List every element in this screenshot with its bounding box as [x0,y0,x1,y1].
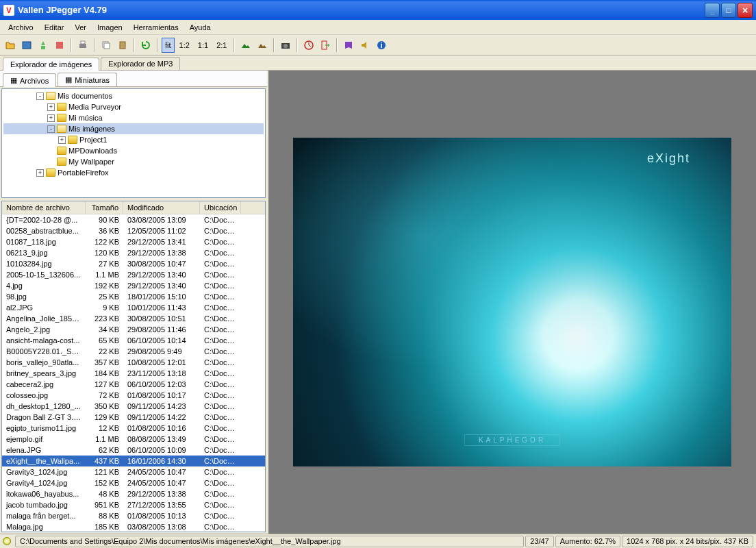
file-name: elena.JPG [2,445,86,455]
tree-label: Mis documentos [58,92,112,100]
sub-tab[interactable]: ▦Archivos [3,73,56,87]
file-row[interactable]: egipto_turismo11.jpg 12 KB 01/08/2005 10… [2,423,265,434]
file-row[interactable]: itokawa06_hayabus... 48 KB 29/12/2005 13… [2,488,265,499]
zoom-one-button[interactable]: 1:1 [194,38,212,53]
tool-icon-3[interactable] [36,38,51,53]
file-row[interactable]: al2.JPG 9 KB 10/01/2006 11:43 C:\Docum [2,302,265,313]
file-row[interactable]: 06213_9.jpg 120 KB 29/12/2005 13:38 C:\D… [2,247,265,258]
file-row[interactable]: elena.JPG 62 KB 06/10/2005 10:09 C:\Docu… [2,445,265,456]
menu-ayuda[interactable]: Ayuda [184,22,216,33]
column-header[interactable]: Modificado [123,201,200,214]
close-button[interactable]: × [738,3,753,18]
tree-expander-icon[interactable]: - [47,125,55,133]
zoom-half-button[interactable]: 1:2 [176,38,193,53]
tree-expander-icon[interactable]: + [47,114,55,122]
tool-icon-4[interactable] [52,38,67,53]
tree-expander-icon[interactable]: + [36,169,44,177]
tree-node[interactable]: -Mis documentos [3,90,264,101]
main-tab[interactable]: Explorador de imágenes [3,58,99,71]
menu-archivo[interactable]: Archivo [3,22,39,33]
column-header[interactable]: Nombre de archivo [2,201,86,214]
file-row[interactable]: ansicht-malaga-cost... 65 KB 06/10/2005 … [2,335,265,346]
paste-icon[interactable] [115,38,130,53]
tree-expander-icon[interactable]: + [58,136,66,144]
file-modified: 09/11/2005 14:23 [123,401,200,411]
landscape-icon-2[interactable] [255,38,270,53]
file-row[interactable]: cabecera2.jpg 127 KB 06/10/2005 12:03 C:… [2,379,265,390]
menu-editar[interactable]: Editar [39,22,70,33]
image-preview[interactable]: eXight KALPHEGOR [293,138,731,466]
refresh-icon[interactable] [138,38,153,53]
file-row[interactable]: {DT=2002-10-28 @... 90 KB 03/08/2005 13:… [2,214,265,225]
exit-icon[interactable] [318,38,333,53]
file-row[interactable]: Gravity3_1024.jpg 121 KB 24/05/2005 10:4… [2,466,265,477]
menu-herramientas[interactable]: Herramientas [128,22,184,33]
file-row[interactable]: 01087_118.jpg 122 KB 29/12/2005 13:41 C:… [2,236,265,247]
info-icon[interactable]: i [374,38,389,53]
statusbar: C:\Documents and Settings\Equipo 2\Mis d… [0,534,756,548]
file-name: Malaga.jpg [2,522,86,532]
file-row[interactable]: Angelina_Jolie_1855... 223 KB 30/08/2005… [2,313,265,324]
menu-imagen[interactable]: Imagen [92,22,128,33]
menu-ver[interactable]: Ver [69,22,92,33]
file-row[interactable]: boris_vallejo_90atla... 357 KB 10/08/200… [2,357,265,368]
maximize-button[interactable]: □ [721,3,736,18]
tree-node[interactable]: My Wallpaper [3,156,264,167]
tree-node[interactable]: +Mi música [3,112,264,123]
file-size: 27 KB [86,259,123,269]
landscape-icon[interactable] [238,38,253,53]
tree-node[interactable]: -Mis imágenes [3,123,264,134]
file-row[interactable]: Gravity4_1024.jpg 152 KB 24/05/2005 10:4… [2,477,265,488]
zoom-fit-button[interactable]: fit [162,38,175,53]
folder-tree[interactable]: -Mis documentos+Media Purveyor+Mi música… [1,88,266,198]
column-header[interactable]: Tamaño [86,201,123,214]
file-row[interactable]: jacob tumbado.jpg 951 KB 27/12/2005 13:5… [2,499,265,510]
list-body[interactable]: {DT=2002-10-28 @... 90 KB 03/08/2005 13:… [2,214,265,532]
file-row[interactable]: 00258_abstractblue... 36 KB 12/05/2005 1… [2,225,265,236]
file-row[interactable]: Malaga.jpg 185 KB 03/08/2005 13:08 C:\Do… [2,521,265,532]
camera-icon[interactable] [278,38,293,53]
file-row[interactable]: 2005-10-15_132606... 1.1 MB 29/12/2005 1… [2,269,265,280]
file-row[interactable]: 98.jpg 25 KB 18/01/2006 15:10 C:\Docum [2,291,265,302]
file-row[interactable]: malaga från berget... 88 KB 01/08/2005 1… [2,510,265,521]
sub-tabs: ▦Archivos▦Miniaturas [0,71,267,87]
copy-icon[interactable] [99,38,114,53]
file-location: C:\Docum [200,478,241,488]
tree-expander-icon[interactable]: - [36,92,44,100]
print-icon[interactable] [75,38,90,53]
file-size: 1.1 MB [86,270,123,279]
folder-icon [46,92,55,100]
file-row[interactable]: Angelo_2.jpg 34 KB 29/08/2005 11:46 C:\D… [2,324,265,335]
book-icon[interactable] [341,38,356,53]
file-modified: 23/11/2005 13:18 [123,369,200,378]
tree-node[interactable]: +Project1 [3,134,264,145]
tree-node[interactable]: +Media Purveyor [3,101,264,112]
file-name: 98.jpg [2,292,86,301]
tree-expander-icon[interactable]: + [47,103,55,111]
file-row[interactable]: eXight__the_Wallpa... 437 KB 16/01/2006 … [2,456,265,466]
open-folder-icon[interactable] [3,38,18,53]
file-row[interactable]: 4.jpg 192 KB 29/12/2005 13:40 C:\Docum [2,280,265,291]
main-tab[interactable]: Explorador de MP3 [101,57,180,70]
file-row[interactable]: dh_desktop1_1280_... 350 KB 09/11/2005 1… [2,401,265,412]
svg-point-8 [284,44,288,48]
clock-icon[interactable] [301,38,316,53]
column-header[interactable]: Ubicación [200,201,241,214]
zoom-two-button[interactable]: 2:1 [213,38,230,53]
grid-icon: ▦ [65,75,72,84]
file-row[interactable]: 10103284.jpg 27 KB 30/08/2005 10:47 C:\D… [2,258,265,269]
file-row[interactable]: Dragon Ball Z-GT 3.jpg 129 KB 09/11/2005… [2,412,265,423]
sound-icon[interactable] [357,38,373,53]
file-name: Angelina_Jolie_1855... [2,314,86,323]
minimize-button[interactable]: _ [705,3,720,18]
file-row[interactable]: B00005Y228.01._SC... 22 KB 29/08/2005 9:… [2,346,265,357]
file-location: C:\Docum [200,522,241,532]
tool-icon-2[interactable] [19,38,34,53]
tree-node[interactable]: +PortableFirefox [3,167,264,178]
file-modified: 29/12/2005 13:40 [123,281,200,290]
tree-node[interactable]: MPDownloads [3,145,264,156]
file-row[interactable]: colosseo.jpg 72 KB 01/08/2005 10:17 C:\D… [2,390,265,401]
sub-tab[interactable]: ▦Miniaturas [58,73,117,86]
file-row[interactable]: britney_spears_3.jpg 184 KB 23/11/2005 1… [2,368,265,379]
file-row[interactable]: ejemplo.gif 1.1 MB 08/08/2005 13:49 C:\D… [2,434,265,445]
